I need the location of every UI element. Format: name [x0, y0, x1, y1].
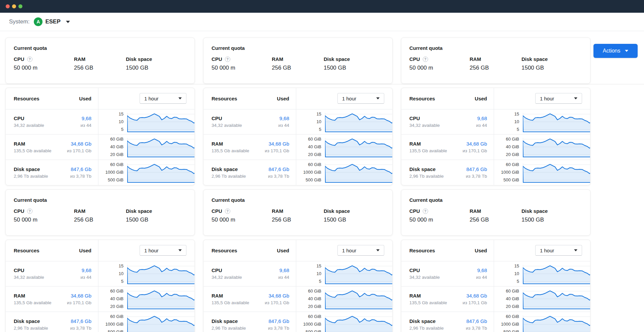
chart-tick-label: 60 GiB — [296, 136, 321, 142]
usage-sparkline — [127, 314, 195, 332]
quota-disk-label: Disk space — [324, 208, 350, 214]
chart-tick-label: 10 — [296, 271, 321, 277]
chart-tick-label: 60 GiB — [98, 162, 124, 168]
current-quota-card: Current quota CPU ? 50 000 m RAM 256 GB … — [5, 37, 195, 84]
help-icon[interactable]: ? — [225, 209, 230, 214]
help-icon[interactable]: ? — [423, 209, 428, 214]
resources-column-header: Resources — [212, 248, 237, 253]
chart-tick-label: 5 — [494, 127, 519, 133]
help-icon[interactable]: ? — [27, 57, 32, 62]
ram-available-text: 135,5 Gb available — [14, 300, 52, 305]
help-icon[interactable]: ? — [423, 57, 428, 62]
chart-tick-label: 10 — [98, 119, 124, 125]
period-select[interactable]: 1 hour — [337, 93, 384, 104]
ram-used-of-text: из 170,1 Gb — [67, 148, 91, 153]
quota-cpu-label: CPU — [14, 208, 24, 214]
usage-sparkline — [127, 111, 195, 132]
chart-tick-label: 60 GiB — [494, 162, 519, 168]
disk-row-label: Disk space — [212, 318, 246, 324]
usage-sparkline — [325, 288, 393, 309]
resources-panel-header: Resources Used 1 hour — [401, 240, 590, 261]
ram-usage-chart: 60 GiB40 GiB20 GiB — [494, 135, 590, 159]
resource-row-disk: Disk space 2,96 Tb available 847,6 Gb из… — [204, 312, 392, 332]
resource-row-cpu: CPU 34,32 available 9,68 из 44 15105 — [204, 109, 392, 135]
disk-used-of-text: из 3,78 Tb — [70, 174, 91, 179]
quota-disk-label: Disk space — [126, 56, 152, 62]
actions-button-label: Actions — [603, 48, 620, 54]
disk-available-text: 2,96 Tb available — [409, 326, 444, 331]
disk-used-of-text: из 3,78 Tb — [466, 326, 487, 331]
disk-used-of-text: из 3,78 Tb — [70, 326, 91, 331]
chart-tick-label: 500 GiB — [296, 329, 321, 332]
cpu-used-value: 9,68 — [82, 267, 91, 273]
quota-ram-label: RAM — [470, 208, 481, 214]
chart-tick-label: 500 GiB — [494, 329, 519, 332]
chart-tick-label: 500 GiB — [494, 177, 519, 183]
chevron-down-icon — [625, 50, 628, 52]
close-window-button[interactable] — [6, 4, 10, 8]
ram-row-label: RAM — [409, 141, 447, 147]
quota-disk-value: 1500 GB — [521, 65, 582, 71]
resource-row-disk: Disk space 2,96 Tb available 847,6 Gb из… — [6, 160, 194, 185]
dashboard-column: Current quota CPU ? 50 000 m RAM 256 GB … — [5, 37, 195, 332]
zoom-window-button[interactable] — [18, 4, 22, 8]
disk-usage-chart: 60 GiB1000 GiB500 GiB — [494, 160, 590, 185]
chart-tick-label: 20 GiB — [98, 152, 124, 158]
ram-used-of-text: из 170,1 Gb — [265, 300, 289, 305]
quota-item-disk: Disk space 1500 GB — [126, 208, 186, 223]
ram-usage-chart: 60 GiB40 GiB20 GiB — [98, 286, 195, 311]
disk-available-text: 2,96 Tb available — [409, 174, 444, 179]
period-select[interactable]: 1 hour — [535, 245, 582, 256]
disk-available-text: 2,96 Tb available — [212, 174, 246, 179]
period-select[interactable]: 1 hour — [535, 93, 582, 104]
quota-item-disk: Disk space 1500 GB — [324, 56, 384, 71]
resources-column-header: Resources — [14, 248, 39, 253]
actions-button[interactable]: Actions — [593, 44, 638, 58]
minimize-window-button[interactable] — [12, 4, 16, 8]
disk-available-text: 2,96 Tb available — [14, 326, 48, 331]
chart-tick-label: 40 GiB — [494, 296, 519, 302]
disk-used-value: 847,6 Gb — [268, 318, 289, 324]
resource-row-cpu: CPU 34,32 available 9,68 из 44 15105 — [401, 261, 590, 286]
chart-tick-label: 500 GiB — [98, 177, 124, 183]
quota-ram-value: 256 GB — [74, 65, 126, 71]
usage-sparkline — [325, 162, 393, 183]
cpu-used-value: 9,68 — [279, 267, 289, 273]
help-icon[interactable]: ? — [27, 209, 32, 214]
quota-cpu-label: CPU — [212, 208, 222, 214]
chart-tick-label: 60 GiB — [98, 136, 124, 142]
quota-cpu-value: 50 000 m — [14, 217, 74, 223]
chart-tick-label: 60 GiB — [296, 288, 321, 294]
chevron-down-icon — [66, 21, 70, 23]
period-select[interactable]: 1 hour — [140, 93, 186, 104]
chart-tick-labels: 60 GiB1000 GiB500 GiB — [494, 314, 523, 332]
period-select[interactable]: 1 hour — [140, 245, 186, 256]
quota-item-disk: Disk space 1500 GB — [324, 208, 384, 223]
chart-tick-labels: 15105 — [98, 111, 127, 132]
ram-used-value: 34,68 Gb — [268, 293, 289, 299]
quota-disk-value: 1500 GB — [324, 217, 384, 223]
chevron-down-icon — [574, 249, 577, 251]
current-quota-card: Current quota CPU ? 50 000 m RAM 256 GB … — [203, 189, 393, 236]
system-selector[interactable]: A ESEP — [34, 17, 70, 26]
chart-tick-labels: 60 GiB40 GiB20 GiB — [296, 137, 325, 157]
used-column-header: Used — [79, 96, 91, 101]
disk-used-value: 847,6 Gb — [466, 318, 487, 324]
period-select[interactable]: 1 hour — [337, 245, 384, 256]
chart-tick-labels: 60 GiB40 GiB20 GiB — [494, 288, 523, 309]
chart-tick-labels: 60 GiB1000 GiB500 GiB — [494, 162, 523, 183]
usage-sparkline — [523, 263, 590, 284]
quota-item-ram: RAM 256 GB — [272, 208, 324, 223]
usage-sparkline — [523, 288, 590, 309]
quota-item-cpu: CPU ? 50 000 m — [409, 56, 470, 71]
quota-ram-label: RAM — [272, 56, 283, 62]
disk-row-label: Disk space — [212, 166, 246, 172]
disk-used-of-text: из 3,78 Tb — [268, 326, 289, 331]
cpu-available-text: 34,32 available — [212, 275, 242, 280]
ram-used-value: 34,68 Gb — [466, 141, 487, 147]
quota-ram-value: 256 GB — [470, 217, 521, 223]
quota-cpu-value: 50 000 m — [212, 65, 272, 71]
quota-ram-value: 256 GB — [272, 217, 324, 223]
disk-available-text: 2,96 Tb available — [212, 326, 246, 331]
help-icon[interactable]: ? — [225, 57, 230, 62]
